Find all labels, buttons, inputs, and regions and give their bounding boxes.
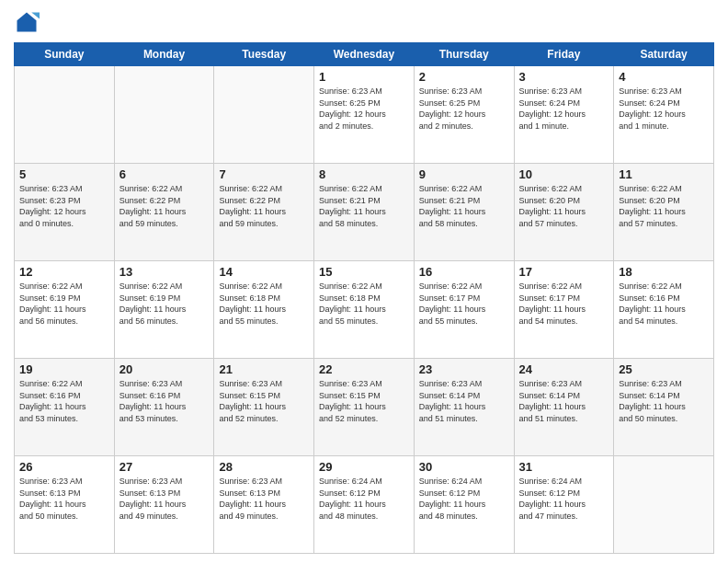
day-number: 19 (19, 362, 109, 376)
day-number: 2 (419, 70, 509, 84)
weekday-header-saturday: Saturday (614, 43, 714, 66)
calendar-cell: 3Sunrise: 6:23 AM Sunset: 6:24 PM Daylig… (514, 66, 614, 164)
day-info: Sunrise: 6:22 AM Sunset: 6:21 PM Dayligh… (319, 183, 409, 229)
day-info: Sunrise: 6:23 AM Sunset: 6:13 PM Dayligh… (219, 476, 309, 522)
day-number: 29 (319, 460, 409, 474)
day-number: 21 (219, 362, 309, 376)
day-info: Sunrise: 6:24 AM Sunset: 6:12 PM Dayligh… (519, 476, 609, 522)
calendar-week-2: 12Sunrise: 6:22 AM Sunset: 6:19 PM Dayli… (15, 261, 714, 359)
calendar-cell: 5Sunrise: 6:23 AM Sunset: 6:23 PM Daylig… (15, 164, 115, 261)
day-info: Sunrise: 6:22 AM Sunset: 6:16 PM Dayligh… (19, 378, 109, 424)
calendar-cell: 15Sunrise: 6:22 AM Sunset: 6:18 PM Dayli… (314, 261, 415, 359)
day-info: Sunrise: 6:23 AM Sunset: 6:15 PM Dayligh… (219, 378, 309, 424)
day-info: Sunrise: 6:23 AM Sunset: 6:15 PM Dayligh… (319, 378, 409, 424)
calendar-cell: 1Sunrise: 6:23 AM Sunset: 6:25 PM Daylig… (314, 66, 415, 164)
weekday-header-tuesday: Tuesday (214, 43, 314, 66)
day-info: Sunrise: 6:22 AM Sunset: 6:18 PM Dayligh… (219, 281, 309, 327)
calendar-cell: 9Sunrise: 6:22 AM Sunset: 6:21 PM Daylig… (414, 164, 514, 261)
day-info: Sunrise: 6:23 AM Sunset: 6:23 PM Dayligh… (19, 183, 109, 229)
day-number: 14 (219, 265, 309, 279)
day-info: Sunrise: 6:24 AM Sunset: 6:12 PM Dayligh… (319, 476, 409, 522)
day-number: 11 (619, 167, 709, 181)
day-info: Sunrise: 6:22 AM Sunset: 6:16 PM Dayligh… (619, 281, 709, 327)
page: SundayMondayTuesdayWednesdayThursdayFrid… (0, 0, 728, 563)
day-info: Sunrise: 6:22 AM Sunset: 6:21 PM Dayligh… (419, 183, 509, 229)
calendar: SundayMondayTuesdayWednesdayThursdayFrid… (14, 42, 714, 554)
day-number: 24 (519, 362, 609, 376)
calendar-cell: 6Sunrise: 6:22 AM Sunset: 6:22 PM Daylig… (114, 164, 214, 261)
day-info: Sunrise: 6:23 AM Sunset: 6:14 PM Dayligh… (419, 378, 509, 424)
calendar-cell: 12Sunrise: 6:22 AM Sunset: 6:19 PM Dayli… (15, 261, 115, 359)
calendar-cell: 13Sunrise: 6:22 AM Sunset: 6:19 PM Dayli… (114, 261, 214, 359)
calendar-cell: 14Sunrise: 6:22 AM Sunset: 6:18 PM Dayli… (214, 261, 314, 359)
day-number: 20 (119, 362, 210, 376)
calendar-cell: 19Sunrise: 6:22 AM Sunset: 6:16 PM Dayli… (15, 359, 115, 456)
day-info: Sunrise: 6:24 AM Sunset: 6:12 PM Dayligh… (419, 476, 509, 522)
day-info: Sunrise: 6:22 AM Sunset: 6:17 PM Dayligh… (419, 281, 509, 327)
day-number: 6 (119, 167, 210, 181)
day-number: 9 (419, 167, 509, 181)
calendar-cell: 23Sunrise: 6:23 AM Sunset: 6:14 PM Dayli… (414, 359, 514, 456)
day-number: 31 (519, 460, 609, 474)
day-number: 17 (519, 265, 609, 279)
logo-icon (14, 9, 40, 35)
calendar-week-1: 5Sunrise: 6:23 AM Sunset: 6:23 PM Daylig… (15, 164, 714, 261)
calendar-cell: 21Sunrise: 6:23 AM Sunset: 6:15 PM Dayli… (214, 359, 314, 456)
calendar-cell: 26Sunrise: 6:23 AM Sunset: 6:13 PM Dayli… (15, 456, 115, 554)
calendar-cell: 11Sunrise: 6:22 AM Sunset: 6:20 PM Dayli… (614, 164, 714, 261)
calendar-cell: 18Sunrise: 6:22 AM Sunset: 6:16 PM Dayli… (614, 261, 714, 359)
day-number: 22 (319, 362, 409, 376)
day-info: Sunrise: 6:22 AM Sunset: 6:20 PM Dayligh… (519, 183, 609, 229)
weekday-header-sunday: Sunday (15, 43, 115, 66)
day-number: 10 (519, 167, 609, 181)
calendar-cell: 17Sunrise: 6:22 AM Sunset: 6:17 PM Dayli… (514, 261, 614, 359)
calendar-cell: 10Sunrise: 6:22 AM Sunset: 6:20 PM Dayli… (514, 164, 614, 261)
day-number: 3 (519, 70, 609, 84)
weekday-header-row: SundayMondayTuesdayWednesdayThursdayFrid… (15, 43, 714, 66)
day-number: 27 (119, 460, 210, 474)
day-number: 13 (119, 265, 210, 279)
day-number: 26 (19, 460, 109, 474)
calendar-cell: 20Sunrise: 6:23 AM Sunset: 6:16 PM Dayli… (114, 359, 214, 456)
calendar-week-0: 1Sunrise: 6:23 AM Sunset: 6:25 PM Daylig… (15, 66, 714, 164)
day-info: Sunrise: 6:23 AM Sunset: 6:13 PM Dayligh… (119, 476, 210, 522)
day-info: Sunrise: 6:22 AM Sunset: 6:17 PM Dayligh… (519, 281, 609, 327)
day-number: 5 (19, 167, 109, 181)
day-info: Sunrise: 6:23 AM Sunset: 6:25 PM Dayligh… (319, 86, 409, 132)
svg-marker-0 (17, 13, 37, 32)
day-number: 28 (219, 460, 309, 474)
calendar-cell: 27Sunrise: 6:23 AM Sunset: 6:13 PM Dayli… (114, 456, 214, 554)
day-number: 4 (619, 70, 709, 84)
calendar-week-3: 19Sunrise: 6:22 AM Sunset: 6:16 PM Dayli… (15, 359, 714, 456)
calendar-cell: 7Sunrise: 6:22 AM Sunset: 6:22 PM Daylig… (214, 164, 314, 261)
day-number: 25 (619, 362, 709, 376)
day-info: Sunrise: 6:23 AM Sunset: 6:25 PM Dayligh… (419, 86, 509, 132)
calendar-cell (614, 456, 714, 554)
calendar-cell (114, 66, 214, 164)
day-info: Sunrise: 6:22 AM Sunset: 6:19 PM Dayligh… (19, 281, 109, 327)
day-number: 30 (419, 460, 509, 474)
calendar-cell: 24Sunrise: 6:23 AM Sunset: 6:14 PM Dayli… (514, 359, 614, 456)
header (14, 9, 714, 35)
day-info: Sunrise: 6:23 AM Sunset: 6:24 PM Dayligh… (519, 86, 609, 132)
day-number: 16 (419, 265, 509, 279)
day-number: 7 (219, 167, 309, 181)
weekday-header-monday: Monday (114, 43, 214, 66)
day-number: 12 (19, 265, 109, 279)
day-info: Sunrise: 6:23 AM Sunset: 6:14 PM Dayligh… (519, 378, 609, 424)
calendar-cell (214, 66, 314, 164)
logo (14, 9, 43, 35)
weekday-header-thursday: Thursday (414, 43, 514, 66)
calendar-cell: 25Sunrise: 6:23 AM Sunset: 6:14 PM Dayli… (614, 359, 714, 456)
calendar-cell (15, 66, 115, 164)
day-number: 8 (319, 167, 409, 181)
calendar-cell: 8Sunrise: 6:22 AM Sunset: 6:21 PM Daylig… (314, 164, 415, 261)
day-info: Sunrise: 6:22 AM Sunset: 6:22 PM Dayligh… (119, 183, 210, 229)
day-info: Sunrise: 6:23 AM Sunset: 6:16 PM Dayligh… (119, 378, 210, 424)
day-number: 23 (419, 362, 509, 376)
day-info: Sunrise: 6:22 AM Sunset: 6:22 PM Dayligh… (219, 183, 309, 229)
day-info: Sunrise: 6:23 AM Sunset: 6:13 PM Dayligh… (19, 476, 109, 522)
calendar-cell: 22Sunrise: 6:23 AM Sunset: 6:15 PM Dayli… (314, 359, 415, 456)
day-info: Sunrise: 6:23 AM Sunset: 6:24 PM Dayligh… (619, 86, 709, 132)
calendar-cell: 29Sunrise: 6:24 AM Sunset: 6:12 PM Dayli… (314, 456, 415, 554)
